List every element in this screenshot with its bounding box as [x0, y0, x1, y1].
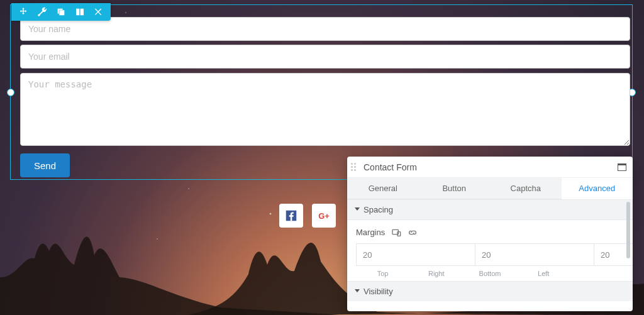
columns-icon: [75, 7, 85, 17]
name-input[interactable]: [20, 17, 630, 41]
columns-button[interactable]: [72, 4, 88, 20]
margins-label: Margins: [356, 228, 385, 237]
social-bar: G+: [279, 204, 336, 228]
tab-button[interactable]: Button: [419, 178, 491, 199]
copy-icon: [56, 7, 66, 17]
panel-scrollbar[interactable]: [626, 202, 631, 309]
email-input[interactable]: [20, 45, 630, 69]
panel-tabs: General Button Captcha Advanced: [347, 178, 633, 199]
spacing-heading: Spacing: [364, 205, 393, 214]
panel-body[interactable]: Spacing Margins: [347, 199, 633, 311]
margin-top-input[interactable]: [356, 243, 475, 266]
builder-toolbar: [11, 3, 111, 21]
margin-top-label: Top: [356, 270, 409, 277]
page-stage: Send G+ Contact Form General Button Cap: [0, 0, 644, 315]
margin-right-input[interactable]: [475, 243, 594, 266]
margins-row-label: Margins: [356, 228, 624, 237]
panel-title: Contact Form: [364, 162, 613, 172]
tab-general[interactable]: General: [347, 178, 419, 199]
panel-header[interactable]: Contact Form: [347, 157, 633, 178]
google-plus-icon: G+: [317, 209, 331, 223]
tab-advanced[interactable]: Advanced: [562, 178, 633, 199]
wrench-icon: [37, 7, 47, 17]
duplicate-button[interactable]: [53, 4, 69, 20]
tab-captcha[interactable]: Captcha: [490, 178, 562, 199]
accordion-spacing[interactable]: Spacing: [347, 199, 633, 220]
edit-button[interactable]: [34, 4, 50, 20]
spacing-body: Margins px: [347, 220, 633, 281]
chevron-down-icon: [355, 289, 360, 292]
move-button[interactable]: [15, 4, 31, 20]
chevron-down-icon: [355, 207, 360, 211]
google-plus-button[interactable]: G+: [312, 204, 336, 228]
message-textarea[interactable]: [20, 73, 630, 146]
margins-axis-labels: Top Right Bottom Left: [356, 270, 624, 277]
move-icon: [18, 7, 28, 17]
drag-handle-icon[interactable]: [351, 163, 358, 171]
margin-right-label: Right: [409, 270, 463, 277]
close-icon: [94, 7, 104, 17]
settings-panel[interactable]: Contact Form General Button Captcha Adva…: [347, 157, 633, 311]
margins-inputs: px: [356, 243, 624, 266]
close-button[interactable]: [91, 4, 107, 20]
visibility-heading: Visibility: [364, 287, 393, 296]
accordion-visibility[interactable]: Visibility: [347, 281, 633, 301]
send-button[interactable]: Send: [20, 153, 70, 177]
margin-left-label: Left: [517, 270, 570, 277]
margin-bottom-label: Bottom: [463, 270, 516, 277]
facebook-button[interactable]: [279, 204, 303, 228]
link-values-icon[interactable]: [408, 228, 418, 237]
maximize-icon[interactable]: [618, 163, 626, 171]
contact-form: Send: [20, 17, 630, 177]
svg-text:G+: G+: [318, 211, 329, 221]
responsive-icon[interactable]: [391, 228, 401, 237]
facebook-icon: [284, 209, 298, 223]
